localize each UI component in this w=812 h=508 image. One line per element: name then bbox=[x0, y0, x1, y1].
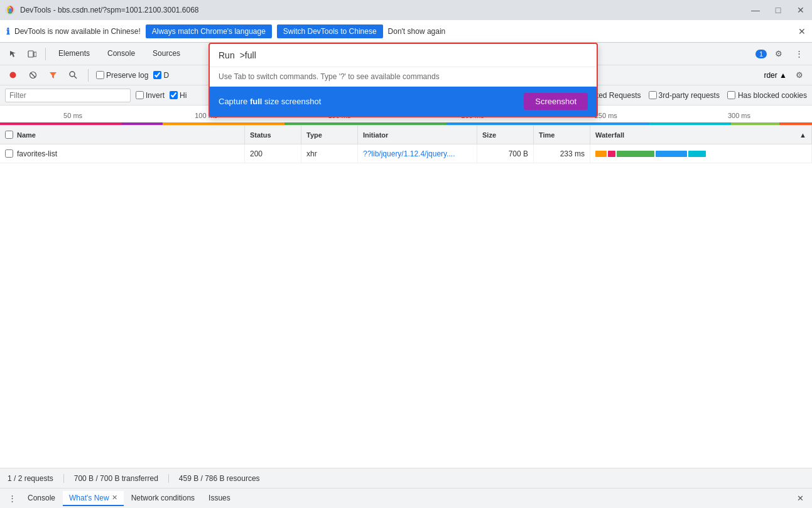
th-size[interactable]: Size bbox=[477, 126, 534, 144]
timeline-seg-6 bbox=[649, 122, 730, 125]
hi-checkbox-label[interactable]: Hi bbox=[170, 91, 187, 100]
td-time: 233 ms bbox=[534, 144, 590, 163]
resources-size: 459 B / 786 B resources bbox=[179, 474, 260, 483]
bottom-tabs-menu-button[interactable]: ⋮ bbox=[4, 490, 20, 507]
disable-cache-label: D bbox=[163, 71, 169, 80]
th-status[interactable]: Status bbox=[245, 126, 301, 144]
always-match-language-button[interactable]: Always match Chrome's language bbox=[146, 24, 272, 38]
tick-1: 50 ms bbox=[6, 112, 139, 119]
toolbar-separator-1 bbox=[45, 48, 46, 60]
inspect-element-button[interactable] bbox=[5, 46, 21, 62]
chrome-logo-icon bbox=[5, 5, 15, 15]
command-result-text: Capture full size screenshot bbox=[219, 97, 321, 106]
tab-console[interactable]: Console bbox=[100, 46, 143, 62]
wf-bar-3 bbox=[617, 151, 654, 157]
third-party-checkbox[interactable] bbox=[649, 91, 657, 99]
tab-sources[interactable]: Sources bbox=[145, 46, 188, 62]
timeline-seg-5 bbox=[447, 122, 649, 125]
close-button[interactable]: ✕ bbox=[794, 5, 807, 15]
tab-whats-new-close[interactable]: ✕ bbox=[112, 494, 117, 502]
has-blocked-cookies-checkbox[interactable] bbox=[727, 91, 735, 99]
info-bar-close-button[interactable]: ✕ bbox=[798, 26, 806, 36]
th-name: Name bbox=[0, 126, 245, 144]
th-time[interactable]: Time bbox=[534, 126, 590, 144]
disable-cache-checkbox-label[interactable]: D bbox=[153, 71, 169, 80]
network-table: Name Status Type Initiator Size Time bbox=[0, 126, 812, 468]
preserve-log-checkbox[interactable] bbox=[96, 71, 104, 79]
clear-icon bbox=[29, 71, 37, 79]
status-sep-2 bbox=[168, 474, 169, 483]
title-text: DevTools - bbs.csdn.net/?spm=1001.2100.3… bbox=[20, 6, 199, 14]
tab-console-bottom[interactable]: Console bbox=[21, 491, 62, 506]
wf-bar-1 bbox=[595, 151, 607, 157]
td-waterfall bbox=[590, 144, 812, 163]
screenshot-button[interactable]: Screenshot bbox=[524, 93, 588, 110]
svg-point-8 bbox=[70, 72, 75, 77]
timeline-seg-7 bbox=[731, 122, 780, 125]
full-word: full bbox=[250, 97, 263, 106]
network-panel: Preserve log D rder ▲ ⚙ Invert Hi bbox=[0, 65, 812, 468]
device-toggle-button[interactable] bbox=[24, 46, 40, 62]
td-initiator: ??lib/jquery/1.12.4/jquery.... bbox=[358, 144, 477, 163]
tab-network-conditions-label: Network conditions bbox=[131, 494, 195, 502]
info-icon: ℹ bbox=[6, 26, 9, 36]
transferred-size: 700 B / 700 B transferred bbox=[74, 474, 158, 483]
settings-button[interactable]: ⚙ bbox=[771, 46, 787, 62]
invert-checkbox[interactable] bbox=[136, 91, 144, 99]
info-bar: ℹ DevTools is now available in Chinese! … bbox=[0, 20, 812, 43]
filter-icon-button[interactable] bbox=[45, 68, 60, 83]
record-icon bbox=[9, 71, 17, 79]
svg-point-4 bbox=[9, 72, 16, 78]
preserve-log-checkbox-label[interactable]: Preserve log bbox=[96, 71, 148, 80]
filter-sep-1 bbox=[88, 69, 89, 82]
filter-input[interactable] bbox=[5, 89, 131, 102]
filter-bar-right: rder ▲ ⚙ bbox=[764, 68, 807, 83]
third-party-checkbox-label[interactable]: 3rd-party requests bbox=[649, 91, 720, 100]
command-result-row[interactable]: Capture full size screenshot Screenshot bbox=[210, 87, 597, 116]
maximize-button[interactable]: □ bbox=[772, 5, 784, 15]
row-checkbox[interactable] bbox=[5, 149, 13, 158]
devtools-main: ℹ DevTools is now available in Chinese! … bbox=[0, 20, 812, 508]
more-options-button[interactable]: ⋮ bbox=[791, 46, 807, 62]
filter-icon bbox=[49, 71, 57, 79]
dont-show-again-button[interactable]: Don't show again bbox=[388, 27, 446, 36]
issues-badge: 1 bbox=[755, 50, 767, 58]
tab-elements[interactable]: Elements bbox=[51, 46, 97, 62]
th-initiator[interactable]: Initiator bbox=[358, 126, 477, 144]
td-initiator-link[interactable]: ??lib/jquery/1.12.4/jquery.... bbox=[363, 149, 455, 158]
minimize-button[interactable]: — bbox=[749, 5, 762, 15]
clear-button[interactable] bbox=[25, 68, 40, 83]
settings-icon: ⚙ bbox=[775, 49, 782, 58]
more-icon: ⋮ bbox=[795, 49, 803, 58]
timeline-seg-2 bbox=[122, 122, 163, 125]
tab-console-label: Console bbox=[28, 494, 55, 502]
record-button[interactable] bbox=[5, 68, 20, 83]
table-row[interactable]: favorites-list 200 xhr ??lib/jquery/1.12… bbox=[0, 144, 812, 163]
tab-issues[interactable]: Issues bbox=[202, 491, 237, 506]
svg-rect-2 bbox=[28, 51, 33, 57]
third-party-label: 3rd-party requests bbox=[659, 91, 720, 100]
tab-whats-new-label: What's New bbox=[69, 494, 109, 502]
bottom-bar-close-button[interactable]: ✕ bbox=[792, 490, 808, 507]
status-sep-1 bbox=[63, 474, 64, 483]
select-all-checkbox[interactable] bbox=[5, 131, 13, 139]
tab-network-conditions[interactable]: Network conditions bbox=[125, 491, 201, 506]
tab-whats-new[interactable]: What's New ✕ bbox=[63, 491, 124, 506]
switch-to-chinese-button[interactable]: Switch DevTools to Chinese bbox=[277, 24, 383, 38]
info-message: DevTools is now available in Chinese! bbox=[14, 27, 141, 36]
table-header: Name Status Type Initiator Size Time bbox=[0, 126, 812, 144]
toolbar-right: 1 ⚙ ⋮ bbox=[755, 46, 807, 62]
hi-checkbox[interactable] bbox=[170, 91, 178, 99]
invert-checkbox-label[interactable]: Invert bbox=[136, 91, 165, 100]
filter-settings-button[interactable]: ⚙ bbox=[792, 68, 807, 83]
th-waterfall[interactable]: Waterfall ▲ bbox=[590, 126, 812, 144]
search-button[interactable] bbox=[65, 68, 80, 83]
device-icon bbox=[28, 50, 36, 58]
timeline-seg-4 bbox=[284, 122, 447, 125]
bottom-bar-close-icon: ✕ bbox=[797, 494, 804, 503]
th-type[interactable]: Type bbox=[301, 126, 358, 144]
svg-line-6 bbox=[31, 73, 35, 77]
command-palette: Run Use Tab to switch commands. Type '?'… bbox=[208, 65, 598, 117]
disable-cache-checkbox[interactable] bbox=[153, 71, 161, 79]
bottom-tabs-menu-icon: ⋮ bbox=[8, 494, 16, 503]
